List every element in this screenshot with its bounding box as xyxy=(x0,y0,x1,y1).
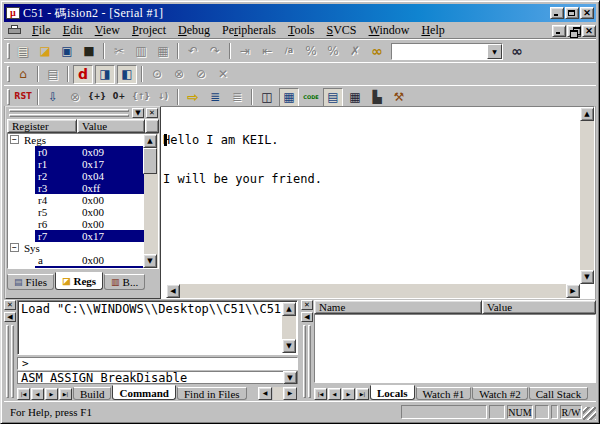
scrollbar-thumb[interactable] xyxy=(143,148,157,174)
tree-collapse-icon[interactable]: − xyxy=(10,243,19,252)
combo-text-field[interactable] xyxy=(392,44,487,59)
menu-item-view[interactable]: View xyxy=(89,22,126,39)
find-in-files-button[interactable]: ∞ xyxy=(367,42,387,61)
search-combobox[interactable]: ▼ xyxy=(391,43,503,60)
output-window-button[interactable]: ◧ xyxy=(117,65,137,84)
menu-item-tools[interactable]: Tools xyxy=(282,22,321,39)
disable-breakpoints-button[interactable]: ✕ xyxy=(213,65,233,84)
menu-item-file[interactable]: File xyxy=(26,22,57,39)
command-scrollbar[interactable]: ▲ ▼ xyxy=(282,302,296,353)
door-exit-button[interactable]: ⌂ xyxy=(13,65,33,84)
register-group-regs[interactable]: −Regs xyxy=(8,134,144,146)
menu-item-project[interactable]: Project xyxy=(126,22,172,39)
panel-close-icon[interactable]: ✕ xyxy=(146,108,158,118)
kill-breakpoints-button[interactable]: ⊗ xyxy=(169,65,189,84)
run-button[interactable]: ⇩ xyxy=(43,88,63,107)
performance-analyzer-button[interactable]: ▙ xyxy=(367,88,387,107)
print-button[interactable]: ▤ xyxy=(43,65,63,84)
show-next-statement-button[interactable]: ⇨ xyxy=(183,88,203,107)
tab-find-in-files[interactable]: Find in Files xyxy=(177,387,247,400)
device-database-button[interactable]: ■ xyxy=(79,42,99,61)
toolbar-gripper[interactable] xyxy=(7,89,10,105)
tab-scroll-next-button[interactable]: ▶ xyxy=(45,388,58,400)
step-out-button[interactable]: {↑} xyxy=(131,88,151,107)
start-stop-debug-button[interactable]: d xyxy=(73,65,93,84)
scroll-right-icon[interactable]: ▶ xyxy=(283,387,297,400)
panel-menu-icon[interactable]: ▼ xyxy=(132,108,144,118)
title-bar[interactable]: µ C51 - 碼ision2 - [Serial #1] xyxy=(4,4,596,22)
scroll-down-icon[interactable]: ▼ xyxy=(282,339,296,353)
menu-item-debug[interactable]: Debug xyxy=(172,22,216,39)
step-into-button[interactable]: {+} xyxy=(87,88,107,107)
toolbar-gripper[interactable] xyxy=(7,66,10,82)
cut-button[interactable]: ✂ xyxy=(109,42,129,61)
panel-close-icon[interactable]: ✕ xyxy=(4,300,16,310)
gripper-line[interactable] xyxy=(11,325,14,398)
register-scrollbar[interactable]: ▲ ▼ xyxy=(144,134,158,268)
watch-window-button[interactable]: ◫ xyxy=(257,88,277,107)
maximize-button[interactable] xyxy=(565,7,579,19)
halt-button[interactable]: ⊗ xyxy=(65,88,85,107)
panel-collapse-icon[interactable]: ◀ xyxy=(4,312,16,322)
tab-locals[interactable]: Locals xyxy=(370,385,415,400)
gripper-line[interactable] xyxy=(6,325,9,398)
value-column-header[interactable]: Value xyxy=(77,119,145,133)
register-panel-gripper[interactable]: ▼ ✕ xyxy=(7,108,159,119)
register-row-r1[interactable]: r10x17 xyxy=(8,158,144,170)
scroll-up-icon[interactable]: ▲ xyxy=(580,107,594,121)
menu-item-help[interactable]: Help xyxy=(415,22,450,39)
tab-scroll-prev-button[interactable]: ◀ xyxy=(328,388,341,400)
paste-button[interactable]: ▦ xyxy=(153,42,173,61)
menu-item-window[interactable]: Window xyxy=(363,22,416,39)
register-row-a[interactable]: a0x00 xyxy=(8,254,144,266)
save-button[interactable]: ▣ xyxy=(57,42,77,61)
toolbar-gripper[interactable] xyxy=(7,43,10,59)
tree-collapse-icon[interactable]: − xyxy=(10,135,19,144)
tab-scroll-last-button[interactable]: ▶| xyxy=(59,388,72,400)
scroll-right-icon[interactable]: ▶ xyxy=(566,284,580,298)
reset-cpu-button[interactable]: RST xyxy=(13,88,33,107)
scroll-down-icon[interactable]: ▼ xyxy=(143,254,157,268)
clear-bookmarks-button[interactable]: ✗ xyxy=(345,42,365,61)
code-coverage-button[interactable]: CODE xyxy=(301,88,321,107)
scroll-down-icon[interactable]: ▼ xyxy=(580,270,594,284)
menu-item-peripherals[interactable]: Peripherals xyxy=(216,22,282,39)
tab-call-stack[interactable]: Call Stack xyxy=(529,387,589,400)
register-row-r2[interactable]: r20x04 xyxy=(8,170,144,182)
tab-scroll-last-button[interactable]: ▶| xyxy=(356,388,369,400)
tab-scroll-prev-button[interactable]: ◀ xyxy=(31,388,44,400)
bookmark-button[interactable]: % xyxy=(323,42,343,61)
tab-scroll-next-button[interactable]: ▶ xyxy=(342,388,355,400)
memory-window-button[interactable]: ▦ xyxy=(345,88,365,107)
scroll-up-icon[interactable]: ▲ xyxy=(282,302,296,316)
tab-b[interactable]: ▥B... xyxy=(104,274,145,290)
register-row-item[interactable] xyxy=(8,266,144,269)
panel-collapse-icon[interactable]: ◀ xyxy=(301,312,313,322)
register-row-r6[interactable]: r60x00 xyxy=(8,218,144,230)
register-row-r0[interactable]: r00x09 xyxy=(8,146,144,158)
child-minimize-button[interactable] xyxy=(552,25,566,37)
scroll-up-icon[interactable]: ▲ xyxy=(143,134,157,148)
symbol-window-button[interactable]: ≣ xyxy=(227,88,247,107)
serial-vertical-scrollbar[interactable]: ▲ ▼ xyxy=(580,107,594,284)
watch-list[interactable] xyxy=(314,314,596,383)
toolbox-button[interactable]: ⚒ xyxy=(389,88,409,107)
panel-close-icon[interactable]: ✕ xyxy=(301,300,313,310)
command-input-field[interactable]: > xyxy=(17,357,298,370)
gripper-line[interactable] xyxy=(308,325,311,398)
scroll-down-icon[interactable]: ▼ xyxy=(283,371,297,384)
tab-scroll-first-button[interactable]: |◀ xyxy=(17,388,30,400)
serial-horizontal-scrollbar[interactable]: ◀ ▶ xyxy=(166,284,580,298)
enable-breakpoint-button[interactable]: ⊘ xyxy=(191,65,211,84)
register-column-header[interactable]: Register xyxy=(7,119,77,133)
run-to-cursor-button[interactable]: ↓) xyxy=(153,88,173,107)
comment-button[interactable]: ∕a xyxy=(279,42,299,61)
chevron-down-icon[interactable]: ▼ xyxy=(487,44,502,59)
child-restore-button[interactable] xyxy=(567,25,581,37)
tab-watch-2[interactable]: Watch #2 xyxy=(472,387,528,400)
scroll-left-icon[interactable]: ◀ xyxy=(166,284,180,298)
scrollbar-track[interactable] xyxy=(273,387,283,400)
minimize-button[interactable] xyxy=(550,7,564,19)
name-column-header[interactable]: Name xyxy=(314,300,482,314)
tab-build[interactable]: Build xyxy=(73,387,111,400)
